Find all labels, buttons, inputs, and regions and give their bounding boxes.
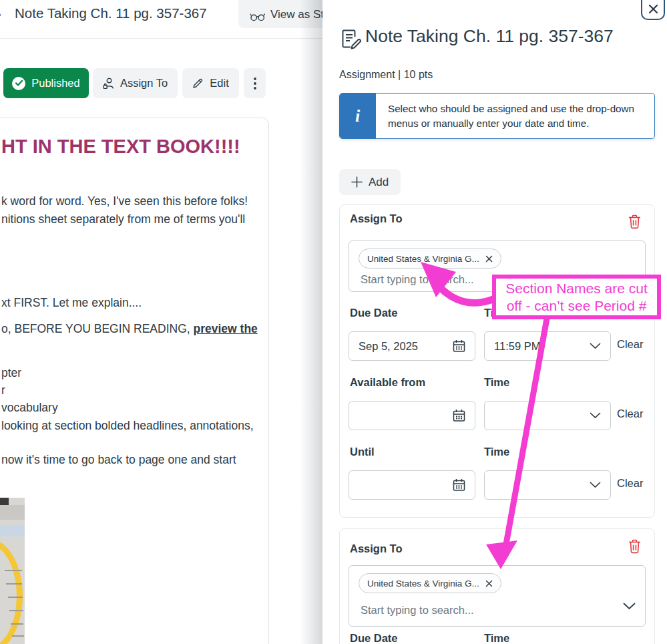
kebab-icon (254, 77, 256, 90)
assignee-search-placeholder[interactable]: Start typing to search... (361, 273, 474, 286)
assignee-search-placeholder[interactable]: Start typing to search... (361, 604, 474, 617)
info-alert-text: Select who should be assigned and use th… (388, 102, 648, 131)
until-label: Until (350, 446, 375, 458)
due-date-label: Due Date (350, 632, 398, 644)
edit-button[interactable]: Edit (182, 68, 239, 98)
person-icon (103, 77, 114, 90)
assignment-icon (339, 28, 361, 50)
clear-available-from-button[interactable]: Clear (617, 408, 643, 420)
assignee-tag-label: United States & Virginia G... (367, 579, 479, 589)
until-time-input[interactable] (484, 470, 611, 500)
close-icon (648, 4, 658, 14)
textbook-photo (0, 498, 25, 644)
photo-text-line (12, 635, 24, 637)
time-label: Time (484, 632, 509, 644)
tray-shadow (300, 0, 322, 644)
assignee-search-box-2[interactable]: United States & Virginia G... Start typi… (349, 565, 646, 627)
edit-label: Edit (210, 77, 228, 90)
delete-card-1-button[interactable] (628, 214, 642, 229)
available-from-input[interactable] (349, 401, 475, 430)
clear-until-button[interactable]: Clear (617, 477, 643, 490)
description-line: o, BEFORE YOU BEGIN READING, preview the (1, 322, 258, 336)
time-label: Time (484, 376, 509, 389)
pencil-icon (192, 77, 204, 89)
photo-dark-corner (0, 498, 9, 505)
add-label: Add (369, 176, 389, 189)
description-line: nitions sheet separately from me of term… (1, 212, 245, 226)
photo-text-line (9, 610, 23, 611)
info-icon: i (339, 93, 376, 139)
calendar-icon[interactable] (453, 339, 465, 353)
assign-to-field-label: Assign To (350, 212, 403, 225)
description-line: k word for word. Yes, I've seen this bef… (1, 194, 248, 208)
more-options-button[interactable] (244, 68, 266, 98)
published-button[interactable]: Published (3, 68, 89, 98)
description-line: xt FIRST. Let me explain.... (1, 296, 142, 310)
photo-text-line (6, 583, 22, 585)
assign-to-field-label: Assign To (350, 542, 403, 555)
assign-to-label: Assign To (120, 77, 168, 90)
description-line: vocabulary (1, 401, 58, 415)
clear-due-date-button[interactable]: Clear (617, 338, 643, 351)
assignee-tag-label: United States & Virginia G... (367, 254, 479, 264)
until-input[interactable] (349, 470, 475, 500)
delete-card-2-button[interactable] (628, 538, 642, 554)
screen: › Note Taking Ch. 11 pg. 357-367 View as… (0, 0, 667, 644)
info-alert: i Select who should be assigned and use … (339, 93, 655, 139)
description-line-text: o, BEFORE YOU BEGIN READING, (1, 322, 194, 335)
description-heading: HT IN THE TEXT BOOK!!!! (1, 136, 240, 158)
preview-the-link[interactable]: preview the (194, 322, 258, 335)
add-card-button[interactable]: Add (339, 169, 401, 195)
photo-paper-edge (0, 505, 25, 520)
available-from-time-input[interactable] (484, 401, 611, 430)
due-date-input[interactable]: Sep 5, 2025 (349, 331, 475, 361)
chevron-down-icon[interactable] (590, 482, 601, 488)
assignee-tag[interactable]: United States & Virginia G... (359, 249, 501, 269)
photo-blue-band (0, 526, 25, 536)
plus-icon (351, 176, 363, 188)
annotation-callout: Section Names are cut off - can’t see Pe… (492, 275, 661, 319)
description-line: looking at section bolded headlines, ann… (1, 419, 254, 433)
annotation-text-line: Section Names are cut (505, 280, 647, 297)
due-date-label: Due Date (350, 307, 398, 319)
calendar-icon[interactable] (453, 478, 465, 492)
published-label: Published (31, 77, 79, 90)
calendar-icon[interactable] (453, 409, 465, 422)
page-title: Note Taking Ch. 11 pg. 357-367 (15, 5, 207, 21)
description-line: pter (1, 366, 21, 380)
description-line: now it's time to go back to page one and… (1, 453, 236, 467)
photo-text-line (5, 570, 22, 571)
assign-to-tray: Note Taking Ch. 11 pg. 357-367 Assignmen… (322, 0, 667, 644)
due-date-value: Sep 5, 2025 (359, 340, 453, 353)
remove-tag-icon[interactable] (485, 580, 493, 587)
chevron-down-icon[interactable] (590, 412, 601, 419)
chevron-down-icon[interactable] (590, 343, 601, 349)
close-tray-button[interactable] (641, 0, 665, 20)
annotation-text-line: off - can’t see Period # (507, 297, 647, 315)
tray-title: Note Taking Ch. 11 pg. 357-367 (365, 26, 614, 47)
available-from-label: Available from (350, 376, 425, 389)
photo-text-line (11, 623, 23, 625)
due-time-value: 11:59 PM (494, 340, 590, 353)
tray-subtitle: Assignment | 10 pts (339, 69, 433, 81)
breadcrumb-chevron-icon: › (0, 7, 1, 21)
photo-text-line (8, 597, 23, 598)
time-label: Time (484, 446, 509, 458)
assign-to-button[interactable]: Assign To (93, 68, 178, 98)
assignee-tag[interactable]: United States & Virginia G... (359, 573, 501, 593)
description-line: r (1, 383, 5, 397)
remove-tag-icon[interactable] (485, 255, 493, 263)
chevron-down-icon[interactable] (623, 603, 636, 610)
due-time-input[interactable]: 11:59 PM (484, 331, 611, 361)
photo-yellow-highlight (0, 539, 23, 644)
glasses-icon (250, 13, 265, 21)
published-check-icon (12, 77, 25, 90)
